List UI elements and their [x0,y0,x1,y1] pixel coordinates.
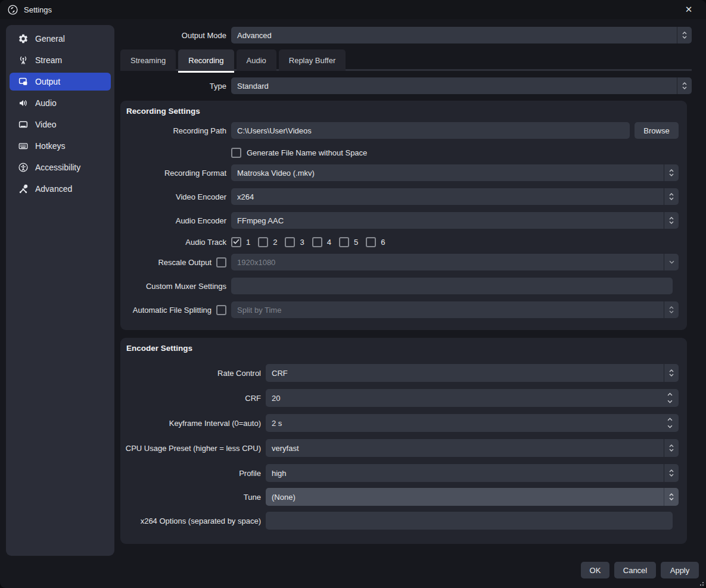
sidebar-item-output[interactable]: Output [10,73,111,91]
tab-audio[interactable]: Audio [237,49,276,71]
no-space-row: Generate File Name without Space [120,147,683,158]
video-encoder-row: Video Encoder x264 [120,188,683,205]
type-row: Type Standard [120,77,692,94]
accessibility-icon [18,162,29,173]
x264-options-input[interactable] [266,512,673,530]
close-icon: ✕ [685,4,693,15]
close-button[interactable]: ✕ [679,0,699,19]
type-select[interactable]: Standard [231,77,692,94]
video-encoder-select[interactable]: x264 [231,188,679,205]
rate-control-label: Rate Control [120,369,261,378]
chevron-updown-icon[interactable] [664,488,679,506]
sidebar-item-label: Hotkeys [35,141,66,151]
output-mode-row: Output Mode Advanced [120,27,692,43]
chevron-updown-icon[interactable] [664,464,679,482]
audio-track-1-checkbox[interactable] [231,237,241,247]
speaker-icon [18,98,29,108]
recording-format-label: Recording Format [120,169,226,178]
keyboard-icon [18,141,29,151]
custom-muxer-label: Custom Muxer Settings [120,282,226,291]
spinner-arrows-icon[interactable] [667,389,679,407]
audio-track-6-checkbox[interactable] [366,237,376,247]
recording-path-input[interactable] [231,122,630,139]
keyframe-interval-spinbox[interactable]: 2 s [266,414,679,432]
file-splitting-row: Automatic File Splitting Split by Time [120,301,683,318]
chevron-down-icon [664,254,679,270]
sidebar-item-advanced[interactable]: Advanced [10,180,111,198]
sidebar-item-label: Video [35,120,57,129]
chevron-updown-icon[interactable] [664,439,679,457]
keyframe-interval-row: Keyframe Interval (0=auto) 2 s [120,414,683,432]
sidebar-item-general[interactable]: General [10,30,111,48]
window-title: Settings [24,5,52,14]
browse-button[interactable]: Browse [635,122,679,139]
audio-track-label: Audio Track [120,238,226,247]
sidebar-item-hotkeys[interactable]: Hotkeys [10,137,111,155]
chevron-updown-icon[interactable] [677,77,692,94]
audio-track-2: 2 [258,237,277,247]
audio-track-4: 4 [312,237,331,247]
crf-label: CRF [120,394,261,403]
output-mode-select[interactable]: Advanced [231,27,692,43]
audio-encoder-row: Audio Encoder FFmpeg AAC [120,212,683,229]
audio-track-6: 6 [366,237,385,247]
rescale-output-label: Rescale Output [158,258,212,267]
sidebar-item-audio[interactable]: Audio [10,94,111,112]
antenna-icon [18,55,29,66]
profile-select[interactable]: high [266,464,679,482]
file-splitting-checkbox[interactable] [216,305,226,315]
tab-recording[interactable]: Recording [178,49,234,71]
titlebar: Settings ✕ [0,0,706,19]
chevron-updown-icon[interactable] [677,27,692,43]
sidebar-item-video[interactable]: Video [10,116,111,133]
video-encoder-label: Video Encoder [120,192,226,201]
gear-icon [18,33,29,44]
sidebar: General Stream Output Audio Video Hotkey… [6,25,114,556]
file-splitting-label: Automatic File Splitting [133,306,212,315]
audio-track-3-checkbox[interactable] [285,237,295,247]
custom-muxer-row: Custom Muxer Settings [120,278,683,294]
apply-button[interactable]: Apply [661,562,699,578]
chevron-updown-icon[interactable] [664,212,679,229]
cancel-button[interactable]: Cancel [614,562,656,578]
crf-spinbox[interactable]: 20 [266,389,679,407]
audio-track-2-checkbox[interactable] [258,237,268,247]
x264-options-row: x264 Options (separated by space) [120,512,683,530]
chevron-updown-icon[interactable] [664,188,679,205]
generate-no-space-checkbox[interactable] [231,148,241,158]
rescale-output-checkbox[interactable] [216,257,226,267]
monitor-icon [18,119,29,130]
audio-track-5-checkbox[interactable] [339,237,349,247]
tune-select[interactable]: (None) [266,488,679,506]
tune-label: Tune [120,493,261,502]
tune-row: Tune (None) [120,488,683,506]
encoder-settings-header: Encoder Settings [126,344,683,356]
spinner-arrows-icon[interactable] [667,414,679,432]
chevron-updown-icon[interactable] [664,164,679,181]
recording-path-label: Recording Path [120,126,226,135]
profile-row: Profile high [120,464,683,482]
chevron-updown-icon [664,301,679,318]
audio-encoder-select[interactable]: FFmpeg AAC [231,212,679,229]
ok-button[interactable]: OK [581,562,609,578]
audio-track-4-checkbox[interactable] [312,237,322,247]
rate-control-select[interactable]: CRF [266,364,679,382]
tab-replay-buffer[interactable]: Replay Buffer [279,49,346,71]
resize-grip[interactable] [699,581,704,586]
tools-icon [18,183,29,194]
sidebar-item-label: Accessibility [35,163,80,172]
custom-muxer-input[interactable] [231,278,673,294]
output-tabs: Streaming Recording Audio Replay Buffer [120,49,692,71]
cpu-preset-select[interactable]: veryfast [266,439,679,457]
sidebar-item-label: General [35,34,65,43]
chevron-updown-icon[interactable] [664,364,679,382]
split-mode-select: Split by Time [231,301,679,318]
cpu-preset-label: CPU Usage Preset (higher = less CPU) [120,444,261,453]
type-label: Type [120,82,226,91]
recording-format-select[interactable]: Matroska Video (.mkv) [231,164,679,181]
sidebar-item-stream[interactable]: Stream [10,51,111,69]
sidebar-item-accessibility[interactable]: Accessibility [10,158,111,176]
profile-label: Profile [120,469,261,478]
obs-logo-icon [7,4,18,15]
tab-streaming[interactable]: Streaming [120,49,176,71]
